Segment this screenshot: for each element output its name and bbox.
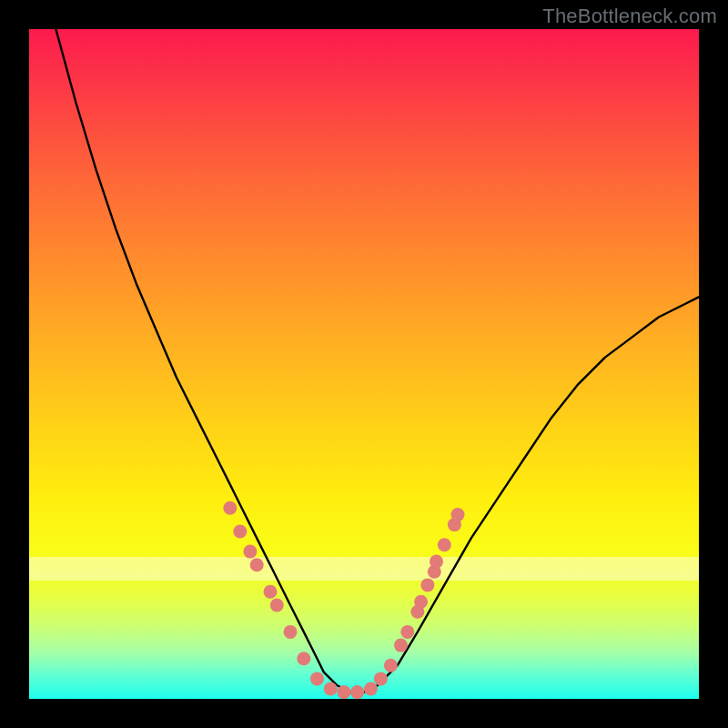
data-marker	[438, 538, 451, 551]
curve-path	[56, 29, 699, 693]
data-marker	[297, 652, 310, 665]
plot-area	[29, 29, 699, 699]
data-marker	[233, 525, 247, 539]
data-marker	[284, 625, 298, 639]
marker-group	[223, 501, 464, 699]
data-marker	[374, 672, 388, 685]
attribution-label: TheBottleneck.com	[542, 5, 717, 28]
data-marker	[310, 672, 324, 685]
data-marker	[364, 682, 378, 696]
outer-frame: TheBottleneck.com	[0, 0, 728, 728]
chart-svg	[29, 29, 699, 699]
data-marker	[430, 555, 443, 569]
data-marker	[414, 595, 428, 609]
data-marker	[350, 685, 364, 699]
data-marker	[223, 501, 237, 515]
data-marker	[400, 625, 414, 639]
data-marker	[264, 585, 278, 599]
data-marker	[243, 545, 257, 559]
data-marker	[420, 578, 434, 592]
data-marker	[337, 685, 350, 699]
data-marker	[324, 682, 338, 696]
data-marker	[270, 599, 284, 612]
data-marker	[384, 659, 398, 672]
data-marker	[250, 558, 264, 571]
data-marker	[394, 639, 408, 652]
bottleneck-curve	[56, 29, 699, 693]
data-marker	[451, 508, 465, 521]
